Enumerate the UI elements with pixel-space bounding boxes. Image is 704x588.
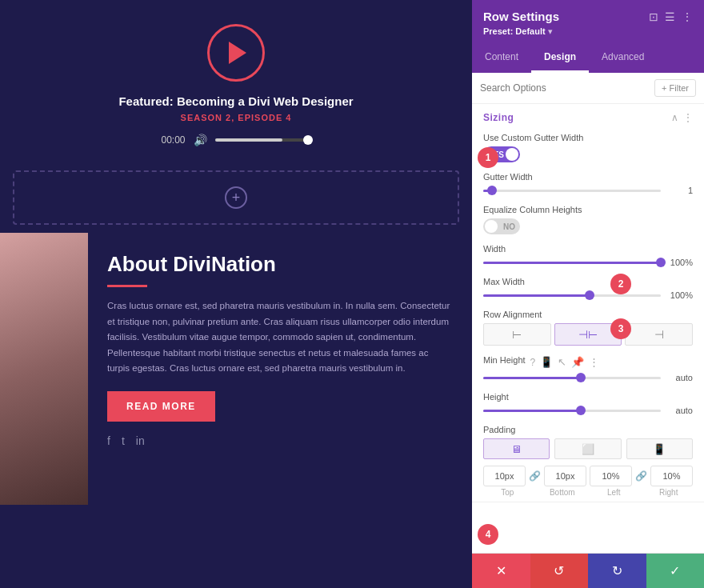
padding-top-link-icon[interactable]: 🔗: [529, 470, 541, 482]
width-track[interactable]: [483, 262, 661, 264]
preset-label[interactable]: Preset: Default: [483, 26, 546, 36]
padding-bottom-label: Bottom: [538, 488, 587, 497]
min-height-mobile-icon[interactable]: 📱: [540, 356, 553, 368]
gutter-dot[interactable]: [487, 186, 497, 195]
section-title-sizing: Sizing: [483, 112, 514, 123]
padding-fields: 🔗 🔗: [483, 466, 693, 486]
filter-button[interactable]: + Filter: [654, 79, 696, 97]
read-more-button[interactable]: READ MORE: [107, 391, 215, 422]
equalize-label: Equalize Column Heights: [483, 205, 693, 214]
equalize-toggle-wrap: NO: [483, 218, 693, 234]
panel-title: Row Settings: [483, 10, 559, 23]
max-width-dot[interactable]: [585, 290, 594, 300]
panel-title-row: Row Settings ⊡ ☰ ⋮: [483, 10, 693, 23]
reset-button[interactable]: ↺: [530, 554, 589, 588]
linkedin-icon[interactable]: in: [136, 434, 145, 447]
max-width-track[interactable]: [483, 294, 661, 297]
add-button[interactable]: +: [225, 186, 247, 209]
more-icon[interactable]: ⋮: [682, 10, 693, 23]
audio-progress-bar[interactable]: [215, 138, 311, 142]
max-width-fill: [483, 294, 590, 297]
min-height-cursor-icon[interactable]: ↖: [558, 356, 566, 368]
equalize-toggle[interactable]: NO: [483, 218, 520, 234]
panel-header: Row Settings ⊡ ☰ ⋮ Preset: Default ▾: [472, 0, 704, 43]
min-height-track[interactable]: [483, 377, 661, 379]
progress-fill: [215, 138, 282, 142]
padding-mobile-btn[interactable]: 📱: [626, 438, 693, 459]
toggle-knob: [506, 148, 518, 161]
facebook-icon[interactable]: f: [107, 434, 110, 447]
padding-desktop-btn[interactable]: 🖥: [483, 438, 550, 459]
twitter-icon[interactable]: t: [122, 434, 125, 447]
min-height-fill: [483, 377, 581, 379]
custom-gutter-row: Use Custom Gutter Width YES: [472, 128, 704, 167]
podcast-title: Featured: Becoming a Divi Web Designer: [118, 94, 353, 108]
collapse-icon[interactable]: ∧: [671, 112, 678, 123]
min-height-pin-icon[interactable]: 📌: [571, 356, 584, 368]
left-panel: Featured: Becoming a Divi Web Designer S…: [0, 0, 472, 588]
tab-content[interactable]: Content: [472, 43, 531, 73]
options-icon[interactable]: ⋮: [683, 112, 693, 123]
right-panel: Row Settings ⊡ ☰ ⋮ Preset: Default ▾ Con…: [472, 0, 704, 588]
custom-gutter-label: Use Custom Gutter Width: [483, 133, 693, 142]
window-icon[interactable]: ⊡: [649, 10, 658, 23]
audio-controls: 00:00 🔊: [16, 134, 456, 146]
padding-top-label: Top: [483, 488, 532, 497]
toggle-yes-label: YES: [488, 150, 504, 159]
toggle-wrap: YES: [483, 146, 693, 162]
about-divider: [107, 285, 147, 287]
confirm-button[interactable]: ✓: [646, 554, 705, 588]
min-height-dot[interactable]: [576, 373, 586, 382]
padding-label: Padding: [483, 425, 693, 434]
height-dot[interactable]: [576, 406, 586, 415]
progress-thumb: [303, 135, 313, 145]
play-button[interactable]: [207, 24, 265, 82]
width-label: Width: [483, 244, 693, 254]
padding-row: Padding 🖥 ⬜ 📱 🔗 🔗 Top Bott: [472, 420, 704, 502]
padding-tablet-btn[interactable]: ⬜: [554, 438, 621, 459]
padding-top-input[interactable]: [483, 466, 526, 486]
tab-advanced[interactable]: Advanced: [589, 43, 657, 73]
padding-bottom-input[interactable]: [544, 466, 586, 486]
image-overlay: [0, 233, 88, 505]
cancel-button[interactable]: ✕: [472, 554, 530, 588]
width-value: 100%: [667, 258, 693, 267]
align-center-button[interactable]: ⊣⊢: [554, 323, 622, 346]
max-width-slider-row: 100%: [483, 290, 693, 300]
height-slider-row: auto: [483, 406, 693, 415]
refresh-button[interactable]: ↻: [588, 554, 646, 588]
gutter-width-track[interactable]: [483, 190, 661, 192]
about-text: Cras luctus ornare est, sed pharetra mau…: [107, 298, 453, 377]
about-image: [0, 233, 88, 505]
panel-header-icons: ⊡ ☰ ⋮: [649, 10, 693, 23]
tab-design[interactable]: Design: [531, 43, 589, 73]
height-track[interactable]: [483, 410, 661, 412]
podcast-subtitle: SEASON 2, EPISODE 4: [181, 113, 292, 122]
equalize-knob: [485, 220, 498, 233]
gutter-width-label: Gutter Width: [483, 172, 693, 182]
min-height-slider-row: auto: [483, 373, 693, 382]
padding-right-input[interactable]: [650, 466, 693, 486]
search-bar: + Filter: [472, 73, 704, 104]
width-dot[interactable]: [656, 258, 666, 267]
padding-lr-link-icon[interactable]: 🔗: [635, 470, 647, 482]
sizing-section: Sizing ∧ ⋮ Use Custom Gutter Width YES: [472, 104, 704, 502]
align-left-button[interactable]: ⊢: [483, 323, 551, 346]
social-icons: f t in: [107, 434, 453, 447]
equalize-row: Equalize Column Heights NO: [472, 200, 704, 239]
min-height-help-icon[interactable]: ?: [530, 357, 536, 368]
section-header-sizing[interactable]: Sizing ∧ ⋮: [472, 104, 704, 128]
width-slider-row: 100%: [483, 258, 693, 267]
min-height-label: Min Height: [483, 355, 526, 365]
about-title: About DiviNation: [107, 252, 453, 277]
custom-gutter-toggle[interactable]: YES: [483, 146, 520, 162]
search-input[interactable]: [480, 82, 654, 94]
gutter-width-row: Gutter Width 1: [472, 167, 704, 200]
about-section: About DiviNation Cras luctus ornare est,…: [0, 233, 472, 505]
layout-icon[interactable]: ☰: [665, 10, 675, 23]
padding-left-input[interactable]: [590, 466, 632, 486]
height-label: Height: [483, 392, 693, 402]
align-right-button[interactable]: ⊣: [625, 323, 693, 346]
min-height-more-icon[interactable]: ⋮: [589, 356, 599, 368]
align-buttons: ⊢ ⊣⊢ ⊣: [483, 323, 693, 346]
